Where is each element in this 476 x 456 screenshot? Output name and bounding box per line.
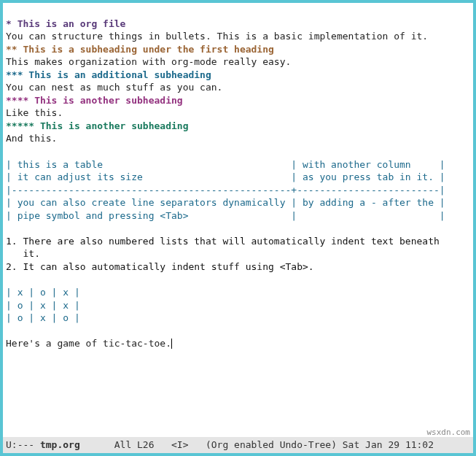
heading-2: ** This is a subheading under the first …	[6, 44, 274, 55]
body-text: This makes organization with org-mode re…	[6, 56, 291, 67]
heading-3: *** This is an additional subheading	[6, 69, 211, 80]
modeline-filename: tmp.org	[40, 438, 80, 452]
heading-1: * This is an org file	[6, 18, 125, 29]
org-table-row: | it can adjust its size | as you press …	[6, 171, 445, 182]
ordered-list-item: 1. There are also numbered lists that wi…	[6, 236, 440, 247]
org-table-sep: |---------------------------------------…	[6, 185, 445, 196]
watermark: wsxdn.com	[426, 428, 470, 438]
heading-5: ***** This is another subheading	[6, 120, 188, 131]
modeline-status: U:---	[6, 438, 40, 452]
ordered-list-item: 2. It can also automatically indent stuf…	[6, 261, 314, 272]
org-table-row: | o | x | x |	[6, 300, 80, 311]
ordered-list-item: it.	[6, 248, 40, 259]
body-text: And this.	[6, 133, 57, 144]
body-text: Like this.	[6, 107, 63, 118]
body-text: You can nest as much stuff as you can.	[6, 82, 222, 93]
org-table-row: | pipe symbol and pressing <Tab> | |	[6, 210, 445, 221]
cursor	[171, 339, 172, 349]
org-table-row: | you can also create line separators dy…	[6, 197, 445, 208]
text-buffer[interactable]: * This is an org file You can structure …	[3, 3, 473, 437]
modeline: U:--- tmp.org All L26 <I> (Org enabled U…	[3, 437, 473, 453]
emacs-frame: * This is an org file You can structure …	[0, 0, 476, 456]
org-table-row: | x | o | x |	[6, 287, 80, 298]
body-text: You can structure things in bullets. Thi…	[6, 31, 428, 42]
modeline-info: All L26 <I> (Org enabled Undo-Tree) Sat …	[80, 438, 434, 452]
org-table-row: | this is a table | with another column …	[6, 159, 445, 170]
heading-4: **** This is another subheading	[6, 95, 183, 106]
org-table-row: | o | x | o |	[6, 312, 80, 323]
body-text: Here's a game of tic-tac-toe.	[6, 338, 171, 349]
